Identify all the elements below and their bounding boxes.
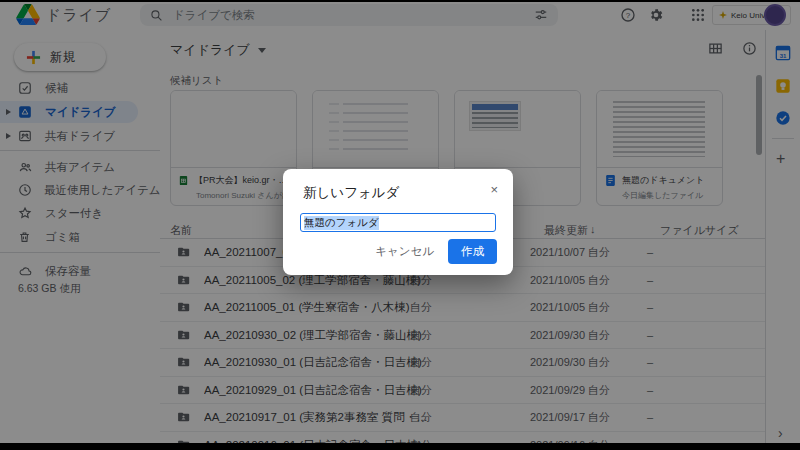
dialog-title: 新しいフォルダ xyxy=(303,184,399,202)
window-top-edge xyxy=(0,0,800,2)
google-drive-window: ドライブ ドライブで検索 ? xyxy=(0,0,800,450)
dialog-actions: キャンセル 作成 xyxy=(375,239,497,264)
close-icon[interactable]: × xyxy=(490,182,498,197)
cancel-button[interactable]: キャンセル xyxy=(375,244,434,259)
new-folder-dialog: 新しいフォルダ × 無題のフォルダ キャンセル 作成 xyxy=(283,169,513,275)
selected-input-text: 無題のフォルダ xyxy=(304,216,379,230)
folder-name-input[interactable]: 無題のフォルダ xyxy=(300,213,496,232)
create-button[interactable]: 作成 xyxy=(448,239,497,264)
window-bottom-edge xyxy=(0,443,800,450)
